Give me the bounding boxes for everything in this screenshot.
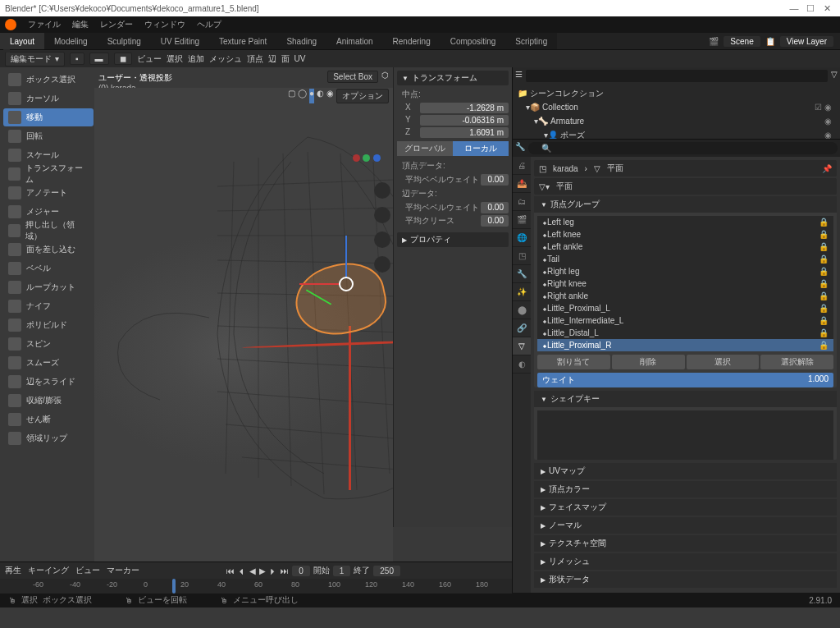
panel-header[interactable]: ▶ノーマル — [534, 517, 837, 534]
tool-せん断[interactable]: せん断 — [3, 410, 94, 429]
vertex-group-row[interactable]: ⬥ Right knee🔒 — [537, 277, 833, 290]
minimize-button[interactable]: — — [786, 3, 802, 13]
play-icon[interactable]: ▶ — [259, 566, 266, 575]
tool-ポリビルド[interactable]: ポリビルド — [3, 316, 94, 334]
tool-アノテート[interactable]: アノテート — [3, 184, 94, 202]
bevel-weight-field[interactable]: 0.00 — [481, 174, 509, 186]
props-tab-object-icon[interactable]: ◳ — [513, 247, 531, 265]
vertex-group-row[interactable]: ⬥ Left ankle🔒 — [537, 241, 833, 253]
tab-modeling[interactable]: Modeling — [44, 33, 98, 49]
vertex-group-row[interactable]: ⬥ Right ankle🔒 — [537, 290, 833, 302]
select-mode-edge-icon[interactable]: ▬ — [89, 53, 109, 65]
panel-header[interactable]: ▶UVマップ — [534, 463, 837, 479]
select-mode-face-icon[interactable]: ◼ — [114, 53, 132, 65]
vp-menu-face[interactable]: 面 — [281, 53, 290, 65]
transform-panel-header[interactable]: ▼トランスフォーム — [397, 71, 509, 85]
vertex-group-row[interactable]: ⬥ Left leg🔒 — [537, 216, 833, 228]
menu-window[interactable]: ウィンドウ — [144, 19, 185, 30]
current-frame-field[interactable]: 0 — [292, 566, 310, 576]
weight-slider[interactable]: ウェイト 1.000 — [537, 373, 833, 387]
vertex-group-row[interactable]: ⬥ Little_Proximal_L🔒 — [537, 302, 833, 314]
tool-スピン[interactable]: スピン — [3, 335, 94, 353]
end-frame-field[interactable]: 250 — [373, 566, 400, 576]
panel-header[interactable]: ▶リメッシュ — [534, 553, 837, 570]
tool-辺をスライド[interactable]: 辺をスライド — [3, 373, 94, 391]
vp-menu-select[interactable]: 選択 — [167, 53, 183, 65]
blender-logo-icon[interactable] — [5, 19, 16, 30]
edge-bevel-field[interactable]: 0.00 — [481, 202, 509, 213]
pos-x-field[interactable]: -1.2628 m — [420, 103, 509, 113]
props-tab-material-icon[interactable]: ◐ — [513, 355, 531, 374]
props-tab-render-icon[interactable]: 🖨 — [513, 157, 531, 175]
jump-start-icon[interactable]: ⏮ — [226, 566, 235, 575]
props-tab-viewlayer-icon[interactable]: 🗂 — [513, 193, 531, 211]
tool-メジャー[interactable]: メジャー — [3, 203, 94, 221]
tab-uvediting[interactable]: UV Editing — [151, 33, 209, 49]
nav-gizmo[interactable] — [351, 143, 384, 176]
playhead[interactable] — [172, 579, 176, 594]
maximize-button[interactable]: ☐ — [802, 3, 819, 14]
shading-wire-icon[interactable]: ◯ — [298, 89, 307, 103]
crease-field[interactable]: 0.00 — [481, 215, 509, 227]
tool-ベベル[interactable]: ベベル — [3, 259, 94, 277]
selectbox-dropdown[interactable]: Select Box — [327, 71, 378, 83]
outliner-row[interactable]: ▾ 👤ポーズ◉ — [514, 128, 838, 140]
crumb-mesh[interactable]: 平面 — [607, 163, 623, 174]
shading-matprev-icon[interactable]: ◐ — [317, 89, 324, 103]
scene-name-field[interactable]: Scene — [724, 36, 760, 47]
props-tab-constraint-icon[interactable]: 🔗 — [513, 319, 531, 337]
props-tab-physics-icon[interactable]: ⬤ — [513, 301, 531, 319]
gizmo-z-axis[interactable] — [345, 236, 347, 277]
outliner-row[interactable]: 📁シーンコレクション — [514, 86, 838, 100]
prev-key-icon[interactable]: ⏴ — [238, 566, 246, 575]
tool-ループカット[interactable]: ループカット — [3, 278, 94, 296]
tool-収縮/膨張[interactable]: 収縮/膨張 — [3, 392, 94, 410]
tl-marker[interactable]: マーカー — [107, 565, 139, 576]
select-mode-vert-icon[interactable]: ▪ — [70, 53, 84, 65]
props-tab-scene-icon[interactable]: 🎬 — [513, 211, 531, 229]
vertex-group-row[interactable]: ⬥ Little_Intermediate_L🔒 — [537, 314, 833, 327]
tool-回転[interactable]: 回転 — [3, 127, 94, 145]
gizmo-center[interactable] — [339, 277, 354, 291]
menu-edit[interactable]: 編集 — [72, 19, 89, 30]
mode-dropdown[interactable]: 編集モード ▾ — [5, 52, 65, 66]
xray-icon[interactable]: ▢ — [288, 89, 295, 103]
vg-select-button[interactable]: 選択 — [687, 355, 760, 369]
vertex-group-row[interactable]: ⬥ Left knee🔒 — [537, 228, 833, 241]
panel-header[interactable]: ▶フェイスマップ — [534, 499, 837, 516]
props-type-icon[interactable]: 🔧 — [515, 142, 525, 154]
tool-面を差し込む[interactable]: 面を差し込む — [3, 241, 94, 259]
props-search-input[interactable] — [528, 142, 838, 154]
props-tab-particle-icon[interactable]: ✨ — [513, 283, 531, 301]
vertex-group-row[interactable]: ⬥ Little_Proximal_R🔒 — [537, 339, 833, 351]
tl-playback[interactable]: 再生 — [5, 565, 21, 576]
outliner-type-icon[interactable]: ☰ — [515, 70, 523, 82]
vg-deselect-button[interactable]: 選択解除 — [760, 355, 833, 369]
shapekeys-list[interactable] — [537, 410, 833, 460]
tool-領域リップ[interactable]: 領域リップ — [3, 429, 94, 447]
shading-rendered-icon[interactable]: ◉ — [326, 89, 334, 103]
pan-icon[interactable] — [374, 207, 390, 223]
tab-texturepaint[interactable]: Texture Paint — [209, 33, 276, 49]
viewport-canvas[interactable] — [94, 88, 393, 593]
vp-menu-vertex[interactable]: 頂点 — [247, 53, 263, 65]
snap-icon[interactable]: ⬡ — [381, 71, 389, 83]
vertex-groups-header[interactable]: ▼頂点グループ — [534, 196, 837, 213]
outliner-row[interactable]: ▾ 🦴Armature◉ — [514, 114, 838, 128]
3d-viewport[interactable]: ボックス選択カーソル移動回転スケールトランスフォームアノテートメジャー押し出し（… — [0, 67, 512, 593]
vg-remove-button[interactable]: 削除 — [612, 355, 685, 369]
viewlayer-field[interactable]: View Layer — [780, 36, 833, 47]
shapekeys-header[interactable]: ▼シェイプキー — [534, 391, 837, 407]
outliner-search-input[interactable] — [526, 70, 828, 82]
tab-rendering[interactable]: Rendering — [383, 33, 441, 49]
camera-icon[interactable] — [374, 231, 390, 248]
crumb-object[interactable]: karada — [553, 164, 578, 173]
options-dropdown[interactable]: オプション — [336, 89, 389, 103]
jump-end-icon[interactable]: ⏭ — [281, 566, 289, 575]
panel-header[interactable]: ▶形状データ — [534, 571, 837, 588]
next-key-icon[interactable]: ⏵ — [269, 566, 277, 575]
space-local-button[interactable]: ローカル — [453, 141, 509, 156]
properties-panel-header[interactable]: ▶プロパティ — [397, 232, 509, 247]
gizmo-x-axis[interactable] — [299, 283, 340, 285]
tab-compositing[interactable]: Compositing — [441, 33, 506, 49]
